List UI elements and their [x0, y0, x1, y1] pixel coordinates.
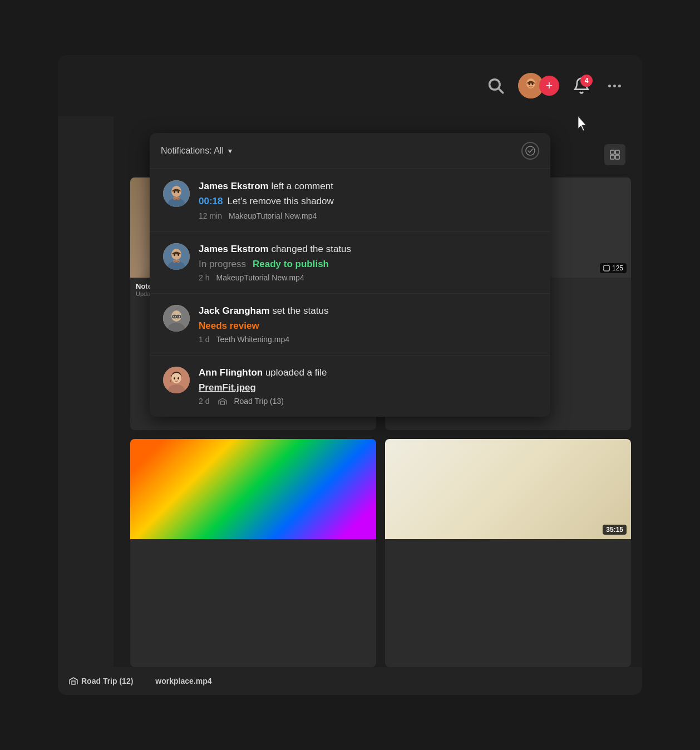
add-button[interactable]: + [539, 76, 559, 96]
notification-meta-1: 12 min MakeupTutorial New.mp4 [199, 211, 537, 220]
svg-rect-12 [72, 681, 75, 684]
svg-point-17 [174, 191, 175, 193]
thumb-image-graffiti [130, 439, 376, 539]
svg-rect-11 [604, 265, 609, 271]
avatar-group: + [518, 73, 559, 98]
svg-rect-9 [610, 155, 614, 159]
notification-header: Notifications: All ▾ [150, 133, 550, 169]
svg-point-5 [529, 83, 530, 85]
notification-title-2: James Ekstrom changed the status [199, 243, 537, 255]
comment-timestamp: 00:18 [199, 196, 223, 207]
svg-rect-32 [177, 315, 181, 318]
grid-view-button[interactable] [604, 144, 625, 165]
svg-point-6 [532, 83, 534, 85]
more-menu-button[interactable] [604, 80, 625, 92]
notification-meta-2: 2 h MakeupTutorial New.mp4 [199, 273, 537, 282]
notification-item-3[interactable]: Jack Grangham set the status Needs revie… [150, 294, 550, 356]
notification-meta-4: 2 d Road Trip (13) [199, 397, 537, 406]
status-line: In progress Ready to publish [199, 259, 537, 270]
thumb-card-white[interactable]: 35:15 [385, 439, 631, 668]
file-name-3: Teeth Whitening.mp4 [216, 335, 289, 344]
svg-rect-39 [221, 401, 225, 404]
avatar-james-2 [163, 243, 190, 270]
notification-content-4: Ann Flinghton uploaded a file PremFit.jp… [199, 367, 537, 406]
time-ago-3: 1 d [199, 335, 209, 344]
svg-point-13 [526, 146, 535, 155]
notification-item-4[interactable]: Ann Flinghton uploaded a file PremFit.jp… [150, 356, 550, 417]
notification-meta-3: 1 d Teeth Whitening.mp4 [199, 335, 537, 344]
bottom-item-workplace[interactable]: workplace.mp4 [155, 677, 211, 685]
thumb-card-graffiti[interactable] [130, 439, 376, 668]
top-bar: + 4 [58, 55, 642, 116]
notification-filter[interactable]: Notifications: All ▾ [161, 146, 232, 156]
status-line-3: Needs review [199, 320, 537, 332]
notification-dropdown: Notifications: All ▾ [150, 133, 550, 417]
svg-point-37 [174, 377, 175, 379]
svg-rect-7 [610, 150, 614, 154]
mouse-cursor [576, 115, 589, 132]
notification-filter-label: Notifications: All [161, 146, 224, 156]
search-button[interactable] [484, 73, 508, 98]
folder-name: Road Trip (13) [234, 397, 283, 406]
bottom-item-road-trip[interactable]: Road Trip (12) [69, 677, 133, 685]
svg-rect-31 [172, 315, 176, 318]
view-toggle-bar [604, 144, 625, 165]
comment-text: Let's remove this shadow [227, 196, 333, 207]
thumb-image-white: 35:15 [385, 439, 631, 539]
comment-line: 00:18 Let's remove this shadow [199, 196, 537, 209]
bell-button[interactable]: 4 [569, 73, 594, 98]
notification-title-4: Ann Flinghton uploaded a file [199, 367, 537, 379]
notification-content-1: James Ekstrom left a comment 00:18 Let's… [199, 180, 537, 220]
file-name: MakeupTutorial New.mp4 [229, 211, 317, 220]
time-ago-4: 2 d [199, 397, 209, 406]
app-container: + 4 [58, 55, 642, 695]
svg-rect-8 [615, 150, 619, 154]
notification-content-3: Jack Grangham set the status Needs revie… [199, 305, 537, 344]
count-badge: 125 [600, 263, 627, 273]
svg-line-1 [499, 88, 503, 93]
avatar-james [163, 180, 190, 207]
avatar-ann [163, 367, 190, 393]
chevron-down-icon: ▾ [228, 146, 232, 155]
svg-point-23 [174, 254, 175, 256]
uploaded-file-link[interactable]: PremFit.jpeg [199, 382, 256, 393]
svg-point-38 [178, 377, 179, 379]
status-needs-review: Needs review [199, 320, 259, 332]
avatar-jack [163, 305, 190, 332]
svg-rect-10 [615, 155, 619, 159]
time-ago: 12 min [199, 211, 222, 220]
notification-item-2[interactable]: James Ekstrom changed the status In prog… [150, 232, 550, 294]
file-name-2: MakeupTutorial New.mp4 [216, 273, 304, 282]
status-new: Ready to publish [253, 259, 329, 270]
notification-badge: 4 [580, 75, 593, 87]
left-sidebar [58, 116, 114, 695]
mark-all-read-button[interactable] [521, 142, 539, 160]
status-old: In progress [199, 259, 246, 270]
time-badge-2: 35:15 [603, 525, 627, 535]
time-ago-2: 2 h [199, 273, 209, 282]
notification-title-3: Jack Grangham set the status [199, 305, 537, 317]
notification-item-1[interactable]: James Ekstrom left a comment 00:18 Let's… [150, 169, 550, 232]
svg-point-24 [178, 254, 179, 256]
bottom-bar: Road Trip (12) workplace.mp4 [58, 667, 642, 695]
notification-content-2: James Ekstrom changed the status In prog… [199, 243, 537, 282]
svg-point-18 [178, 191, 179, 193]
notification-title-1: James Ekstrom left a comment [199, 180, 537, 193]
